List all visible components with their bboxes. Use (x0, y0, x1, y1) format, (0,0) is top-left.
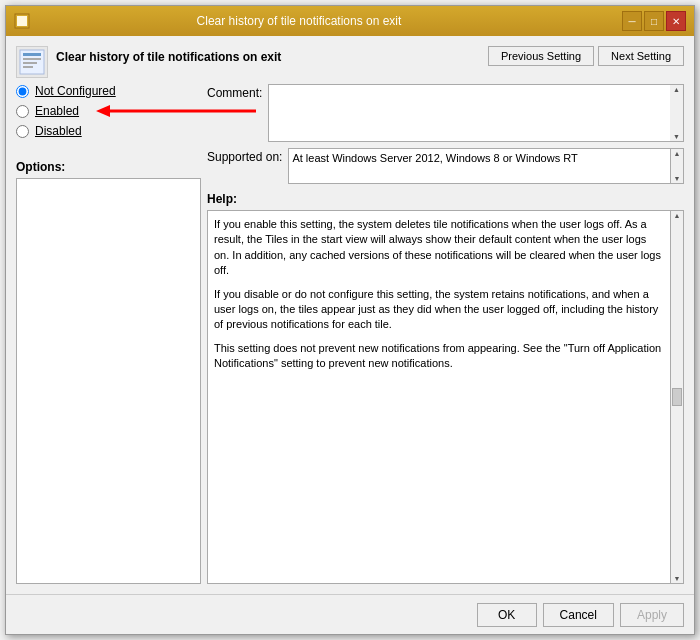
prev-setting-button[interactable]: Previous Setting (488, 46, 594, 66)
right-panel: Comment: ▲ ▼ Supported on: At least Wind… (207, 84, 684, 584)
title-controls: ─ □ ✕ (622, 11, 686, 31)
apply-button[interactable]: Apply (620, 603, 684, 627)
comment-scrollbar: ▲ ▼ (670, 84, 684, 142)
help-scroll-thumb[interactable] (672, 388, 682, 406)
help-scrollbar: ▲ ▼ (670, 210, 684, 584)
help-label: Help: (207, 192, 684, 206)
red-arrow-indicator (96, 101, 276, 121)
supported-scroll-up[interactable]: ▲ (674, 150, 681, 157)
radio-group: Not Configured Enabled (16, 84, 201, 144)
svg-rect-4 (23, 58, 41, 60)
help-scroll-down[interactable]: ▼ (674, 575, 681, 582)
radio-not-configured-input[interactable] (16, 85, 29, 98)
bottom-bar: OK Cancel Apply (6, 594, 694, 634)
comment-textarea[interactable] (268, 84, 670, 142)
radio-not-configured-label[interactable]: Not Configured (35, 84, 116, 98)
options-label: Options: (16, 160, 201, 174)
supported-value: At least Windows Server 2012, Windows 8 … (288, 148, 670, 184)
svg-rect-1 (17, 16, 27, 26)
help-para2: If you disable or do not configure this … (214, 287, 664, 333)
svg-rect-6 (23, 66, 33, 68)
options-box (16, 178, 201, 584)
svg-rect-3 (23, 53, 41, 56)
policy-title: Clear history of tile notifications on e… (56, 46, 281, 64)
help-box-wrapper: If you enable this setting, the system d… (207, 210, 684, 584)
supported-scrollbar: ▲ ▼ (670, 148, 684, 184)
maximize-button[interactable]: □ (644, 11, 664, 31)
help-scroll-up[interactable]: ▲ (674, 212, 681, 219)
close-button[interactable]: ✕ (666, 11, 686, 31)
radio-enabled-input[interactable] (16, 105, 29, 118)
help-para1: If you enable this setting, the system d… (214, 217, 664, 279)
help-text-box: If you enable this setting, the system d… (207, 210, 670, 584)
radio-disabled-label[interactable]: Disabled (35, 124, 82, 138)
supported-scroll-down[interactable]: ▼ (674, 175, 681, 182)
supported-section: Supported on: At least Windows Server 20… (207, 148, 684, 184)
help-section: Help: If you enable this setting, the sy… (207, 192, 684, 584)
help-para3: This setting does not prevent new notifi… (214, 341, 664, 372)
comment-section: Comment: ▲ ▼ (207, 84, 684, 142)
options-section: Options: (16, 160, 201, 584)
radio-not-configured[interactable]: Not Configured (16, 84, 201, 98)
window-icon (14, 13, 30, 29)
nav-buttons: Previous Setting Next Setting (488, 46, 684, 66)
next-setting-button[interactable]: Next Setting (598, 46, 684, 66)
ok-button[interactable]: OK (477, 603, 537, 627)
comment-input-wrapper: ▲ ▼ (268, 84, 684, 142)
title-bar: Clear history of tile notifications on e… (6, 6, 694, 36)
comment-scroll-up[interactable]: ▲ (673, 86, 680, 93)
top-row: Clear history of tile notifications on e… (16, 46, 684, 78)
radio-enabled-label[interactable]: Enabled (35, 104, 79, 118)
content-area: Clear history of tile notifications on e… (6, 36, 694, 594)
minimize-button[interactable]: ─ (622, 11, 642, 31)
radio-disabled-input[interactable] (16, 125, 29, 138)
cancel-button[interactable]: Cancel (543, 603, 614, 627)
left-panel: Not Configured Enabled (16, 84, 201, 584)
supported-wrapper: At least Windows Server 2012, Windows 8 … (288, 148, 684, 184)
comment-scroll-down[interactable]: ▼ (673, 133, 680, 140)
svg-marker-8 (96, 105, 110, 117)
radio-enabled-row: Enabled (16, 104, 201, 118)
svg-rect-5 (23, 62, 37, 64)
window-title: Clear history of tile notifications on e… (36, 14, 562, 28)
comment-label: Comment: (207, 84, 262, 100)
radio-disabled[interactable]: Disabled (16, 124, 201, 138)
supported-label: Supported on: (207, 148, 282, 164)
main-window: Clear history of tile notifications on e… (5, 5, 695, 635)
policy-icon (16, 46, 48, 78)
